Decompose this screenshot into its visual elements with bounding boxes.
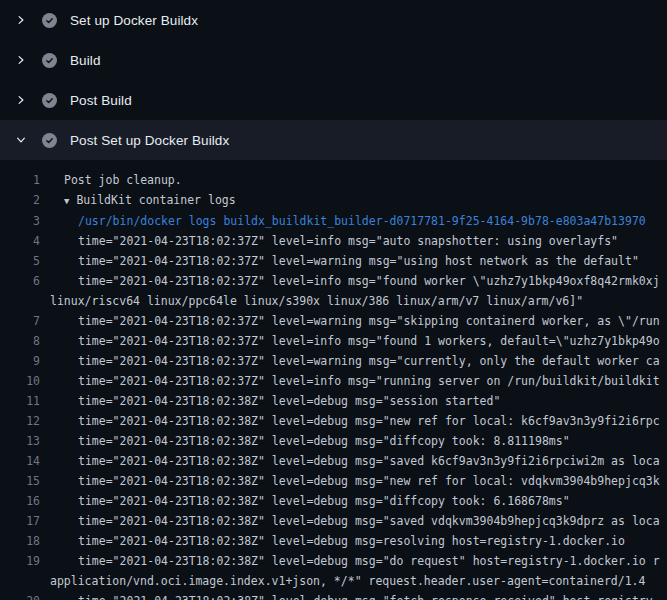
log-line-text: time="2021-04-23T18:02:37Z" level=warnin… xyxy=(50,251,667,271)
step-label: Set up Docker Buildx xyxy=(70,13,198,28)
log-line-text: time="2021-04-23T18:02:38Z" level=debug … xyxy=(50,531,667,551)
log-line-text: time="2021-04-23T18:02:38Z" level=debug … xyxy=(50,491,667,511)
log-line-text: time="2021-04-23T18:02:37Z" level=info m… xyxy=(50,271,667,311)
log-line-number[interactable]: 12 xyxy=(0,411,44,431)
log-line-number[interactable]: 20 xyxy=(0,591,44,600)
chevron-right-icon[interactable] xyxy=(13,92,29,108)
log-line-number[interactable]: 19 xyxy=(0,551,44,591)
workflow-log-viewer: Set up Docker Buildx Build Post Build xyxy=(0,0,667,600)
log-line-number[interactable]: 16 xyxy=(0,491,44,511)
log-line: 4 time="2021-04-23T18:02:37Z" level=info… xyxy=(0,231,667,251)
log-line-text: time="2021-04-23T18:02:37Z" level=info m… xyxy=(50,371,667,391)
log-line-text: time="2021-04-23T18:02:38Z" level=debug … xyxy=(50,451,667,471)
log-line-number[interactable]: 15 xyxy=(0,471,44,491)
log-line: 9 time="2021-04-23T18:02:37Z" level=warn… xyxy=(0,351,667,371)
log-line-number[interactable]: 17 xyxy=(0,511,44,531)
step-row[interactable]: Build xyxy=(0,40,667,80)
log-line-text: time="2021-04-23T18:02:38Z" level=debug … xyxy=(50,391,667,411)
log-line: 8 time="2021-04-23T18:02:37Z" level=info… xyxy=(0,331,667,351)
step-label: Build xyxy=(70,53,101,68)
log-line: 18 time="2021-04-23T18:02:38Z" level=deb… xyxy=(0,531,667,551)
collapse-triangle-icon[interactable]: ▼ xyxy=(64,196,69,206)
log-line-number[interactable]: 7 xyxy=(0,311,44,331)
log-line: 14 time="2021-04-23T18:02:38Z" level=deb… xyxy=(0,451,667,471)
log-group-label[interactable]: BuildKit container logs xyxy=(76,193,235,207)
log-line-number[interactable]: 11 xyxy=(0,391,44,411)
step-row[interactable]: Post Set up Docker Buildx xyxy=(0,120,667,160)
step-row[interactable]: Set up Docker Buildx xyxy=(0,0,667,40)
chevron-down-icon[interactable] xyxy=(13,132,29,148)
log-line: 12 time="2021-04-23T18:02:38Z" level=deb… xyxy=(0,411,667,431)
log-line: 15 time="2021-04-23T18:02:38Z" level=deb… xyxy=(0,471,667,491)
log-line-number[interactable]: 8 xyxy=(0,331,44,351)
chevron-right-icon[interactable] xyxy=(13,12,29,28)
log-line-text: time="2021-04-23T18:02:38Z" level=debug … xyxy=(50,431,667,451)
log-line-number[interactable]: 10 xyxy=(0,371,44,391)
log-line-text: time="2021-04-23T18:02:37Z" level=info m… xyxy=(50,231,667,251)
chevron-right-icon[interactable] xyxy=(13,52,29,68)
log-line: 3 /usr/bin/docker logs buildx_buildkit_b… xyxy=(0,211,667,231)
log-line: 10 time="2021-04-23T18:02:37Z" level=inf… xyxy=(0,371,667,391)
step-list: Set up Docker Buildx Build Post Build xyxy=(0,0,667,160)
log-line: 20 time="2021-04-23T18:02:38Z" level=deb… xyxy=(0,591,667,600)
step-row[interactable]: Post Build xyxy=(0,80,667,120)
log-line: 5 time="2021-04-23T18:02:37Z" level=warn… xyxy=(0,251,667,271)
log-line-text: time="2021-04-23T18:02:38Z" level=debug … xyxy=(50,591,667,600)
log-area: 1 Post job cleanup. 2 ▼BuildKit containe… xyxy=(0,160,667,600)
log-line-number[interactable]: 9 xyxy=(0,351,44,371)
log-line-text: Post job cleanup. xyxy=(50,170,667,190)
log-line: 6 time="2021-04-23T18:02:37Z" level=info… xyxy=(0,271,667,311)
check-circle-icon xyxy=(42,133,57,148)
log-line-number[interactable]: 14 xyxy=(0,451,44,471)
log-line-number[interactable]: 13 xyxy=(0,431,44,451)
log-line: 1 Post job cleanup. xyxy=(0,170,667,190)
log-line: 19 time="2021-04-23T18:02:38Z" level=deb… xyxy=(0,551,667,591)
log-line-text: time="2021-04-23T18:02:38Z" level=debug … xyxy=(50,511,667,531)
log-line: 17 time="2021-04-23T18:02:38Z" level=deb… xyxy=(0,511,667,531)
log-line: 16 time="2021-04-23T18:02:38Z" level=deb… xyxy=(0,491,667,511)
log-line-number[interactable]: 1 xyxy=(0,170,44,190)
log-line-text: time="2021-04-23T18:02:38Z" level=debug … xyxy=(50,411,667,431)
log-line: 13 time="2021-04-23T18:02:38Z" level=deb… xyxy=(0,431,667,451)
log-line-text: ▼BuildKit container logs xyxy=(50,190,667,211)
check-circle-icon xyxy=(42,13,57,28)
log-line: 2 ▼BuildKit container logs xyxy=(0,190,667,211)
log-line-number[interactable]: 2 xyxy=(0,190,44,211)
log-line: 11 time="2021-04-23T18:02:38Z" level=deb… xyxy=(0,391,667,411)
log-line-text: time="2021-04-23T18:02:37Z" level=warnin… xyxy=(50,351,667,371)
log-line-number[interactable]: 5 xyxy=(0,251,44,271)
log-line: 7 time="2021-04-23T18:02:37Z" level=warn… xyxy=(0,311,667,331)
log-line-number[interactable]: 6 xyxy=(0,271,44,311)
check-circle-icon xyxy=(42,93,57,108)
step-label: Post Build xyxy=(70,93,132,108)
log-line-number[interactable]: 4 xyxy=(0,231,44,251)
log-line-text: time="2021-04-23T18:02:38Z" level=debug … xyxy=(50,551,667,591)
log-line-number[interactable]: 18 xyxy=(0,531,44,551)
log-line-number[interactable]: 3 xyxy=(0,211,44,231)
check-circle-icon xyxy=(42,53,57,68)
step-label: Post Set up Docker Buildx xyxy=(70,133,229,148)
log-line-text: /usr/bin/docker logs buildx_buildkit_bui… xyxy=(50,211,667,231)
log-line-text: time="2021-04-23T18:02:37Z" level=warnin… xyxy=(50,311,667,331)
log-line-text: time="2021-04-23T18:02:38Z" level=debug … xyxy=(50,471,667,491)
log-line-text: time="2021-04-23T18:02:37Z" level=info m… xyxy=(50,331,667,351)
